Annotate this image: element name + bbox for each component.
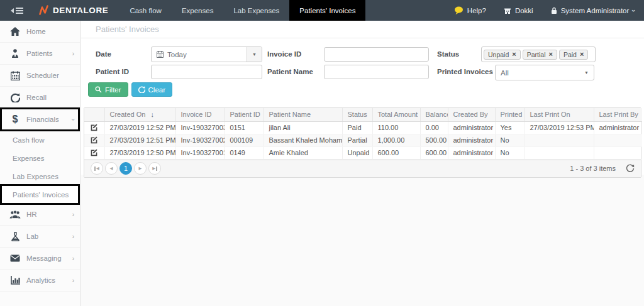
tab-patients-invoices[interactable]: Patients' Invoices: [289, 0, 365, 21]
scheduler-icon: [8, 71, 22, 80]
search-icon: [95, 86, 102, 93]
sidebar-item-financials[interactable]: $ Financials ›: [0, 109, 80, 131]
column-status[interactable]: Status: [342, 108, 372, 121]
grid-pager: ◀ ◀ 1 ▶ ▶ 1 - 3 of 3 items: [84, 160, 641, 177]
printed-invoices-label: Printed Invoices: [437, 68, 493, 75]
refresh-icon: [626, 164, 635, 173]
status-chip-partial[interactable]: Partial ×: [523, 50, 557, 60]
edit-cell[interactable]: [84, 121, 104, 134]
sidebar-item-messaging[interactable]: Messaging ›: [0, 248, 80, 270]
sidebar: Home Patients › Scheduler Recall $ Finan…: [0, 21, 80, 306]
page-header: Patients' Invoices: [81, 21, 644, 38]
chevron-right-icon: ›: [72, 211, 74, 218]
column-created-by[interactable]: Created By: [448, 108, 495, 121]
pager-page-1[interactable]: 1: [119, 162, 132, 175]
refresh-icon: [138, 86, 145, 93]
cell-created-on: 27/03/2019 12:50 PM: [104, 146, 175, 159]
financials-dollar-icon: $: [8, 114, 22, 124]
messaging-envelope-icon: [8, 254, 22, 262]
cell-created-by: administrator: [448, 146, 495, 159]
help-link[interactable]: Help?: [445, 0, 495, 21]
help-chat-icon: [454, 6, 464, 15]
column-last-print-by[interactable]: Last Print By: [594, 108, 642, 121]
edit-cell[interactable]: [84, 146, 104, 159]
column-last-print-on[interactable]: Last Print On: [525, 108, 594, 121]
invoice-id-label: Invoice ID: [267, 50, 301, 58]
sidebar-collapse-button[interactable]: [0, 0, 31, 21]
patient-id-input[interactable]: [151, 65, 262, 79]
calendar-icon: [157, 51, 164, 58]
edit-column-header: [84, 108, 104, 121]
date-select[interactable]: Today ▼: [151, 46, 262, 62]
chevron-right-icon: ›: [72, 277, 74, 284]
dentalore-logo-icon: [39, 5, 48, 16]
remove-chip-icon[interactable]: ×: [548, 51, 552, 58]
content-panel: Patients' Invoices Date Today ▼ Invoice …: [81, 21, 644, 175]
sidebar-item-recall[interactable]: Recall: [0, 87, 80, 109]
status-chip-paid[interactable]: Paid ×: [559, 50, 588, 60]
sidebar-item-hr[interactable]: HR ›: [0, 204, 80, 226]
tab-cash-flow[interactable]: Cash flow: [119, 0, 172, 21]
cell-total-amount: 600.00: [372, 146, 420, 159]
user-menu[interactable]: System Administrator ›: [542, 0, 644, 21]
sidebar-item-home[interactable]: Home: [0, 21, 80, 43]
sidebar-subitem-lab-expenses[interactable]: Lab Expenses: [0, 167, 80, 185]
pager-next-button[interactable]: ▶: [134, 162, 147, 175]
cell-printed: No: [495, 134, 525, 146]
brand-logo[interactable]: DENTALORE: [31, 0, 119, 21]
status-label: Status: [437, 50, 459, 58]
edit-icon: [90, 148, 98, 156]
top-navbar: DENTALORE Cash flow Expenses Lab Expense…: [0, 0, 644, 21]
status-multiselect[interactable]: Unpaid × Partial × Paid ×: [481, 46, 596, 62]
grid-header-row: Created On↓ Invoice ID Patient ID Patien…: [84, 108, 642, 121]
cell-balance: 500.00: [420, 134, 448, 146]
printed-invoices-select[interactable]: All ▼: [495, 65, 594, 80]
column-balance[interactable]: Balance: [420, 108, 448, 121]
cell-patient-id: 0151: [225, 121, 264, 134]
tab-expenses[interactable]: Expenses: [172, 0, 224, 21]
tab-lab-expenses[interactable]: Lab Expenses: [223, 0, 289, 21]
column-printed[interactable]: Printed: [495, 108, 525, 121]
cell-status: Paid: [342, 121, 372, 134]
pager-last-icon: ▶: [152, 166, 155, 171]
cell-patient-name: Amie Khaled: [264, 146, 342, 159]
column-patient-name[interactable]: Patient Name: [264, 108, 342, 121]
sidebar-item-scheduler[interactable]: Scheduler: [0, 65, 80, 87]
column-created-on[interactable]: Created On↓: [104, 108, 175, 121]
home-icon: [8, 27, 22, 36]
filter-button[interactable]: Filter: [88, 82, 128, 97]
date-select-arrow-button[interactable]: ▼: [247, 47, 262, 62]
sidebar-item-lab[interactable]: Lab ›: [0, 226, 80, 248]
pager-last-button[interactable]: ▶: [148, 162, 161, 175]
edit-icon: [90, 123, 98, 131]
remove-chip-icon[interactable]: ×: [580, 51, 584, 58]
cell-invoice-id: Inv-190327002: [175, 134, 225, 146]
column-patient-id[interactable]: Patient ID: [225, 108, 264, 121]
remove-chip-icon[interactable]: ×: [512, 51, 516, 58]
cell-patient-id: 000109: [225, 134, 264, 146]
chevron-down-icon: ›: [70, 118, 77, 120]
sidebar-item-patients[interactable]: Patients ›: [0, 43, 80, 65]
sidebar-item-label: Home: [26, 28, 46, 35]
grid-refresh-button[interactable]: [626, 164, 635, 173]
clear-button[interactable]: Clear: [131, 82, 172, 97]
pager-prev-button[interactable]: ◀: [105, 162, 118, 175]
navbar-tabs: Cash flow Expenses Lab Expenses Patients…: [119, 0, 365, 21]
pager-first-button[interactable]: ◀: [91, 162, 103, 175]
sidebar-item-analytics[interactable]: Analytics ›: [0, 270, 80, 292]
column-invoice-id[interactable]: Invoice ID: [175, 108, 225, 121]
status-chip-unpaid[interactable]: Unpaid ×: [484, 50, 521, 60]
cell-created-on: 27/03/2019 12:52 PM: [104, 121, 175, 134]
cell-last-print-by: administrator: [594, 121, 642, 134]
chevron-down-icon: ›: [630, 9, 638, 12]
edit-cell[interactable]: [84, 134, 104, 146]
sidebar-subitem-patients-invoices[interactable]: Patients' Invoices: [0, 185, 80, 204]
patient-name-input[interactable]: [324, 65, 429, 79]
sidebar-subitem-expenses[interactable]: Expenses: [0, 149, 80, 167]
sidebar-subitem-cash-flow[interactable]: Cash flow: [0, 131, 80, 149]
cell-last-print-by: [594, 146, 642, 159]
column-total-amount[interactable]: Total Amount: [372, 108, 420, 121]
branch-selector[interactable]: Dokki: [495, 0, 542, 21]
patient-id-label: Patient ID: [96, 68, 129, 75]
invoice-id-input[interactable]: [324, 47, 429, 62]
